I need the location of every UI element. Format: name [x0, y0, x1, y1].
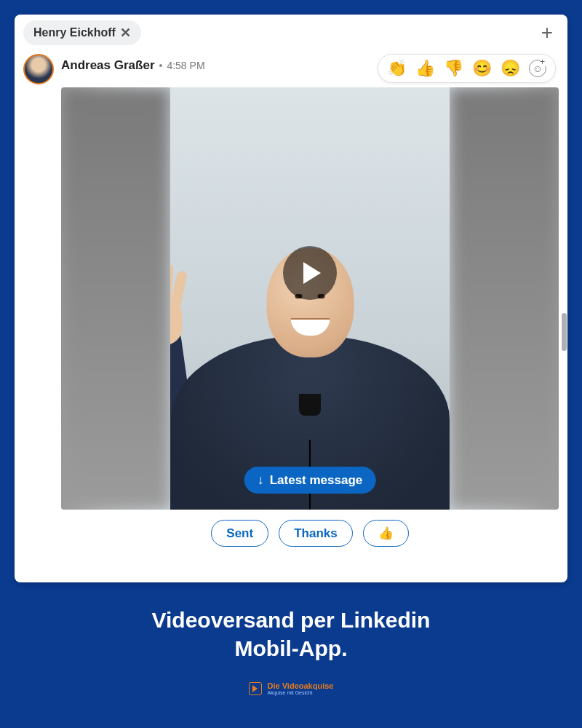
scrollbar[interactable]	[560, 15, 567, 582]
caption-line-2: Mobil-App.	[15, 634, 567, 662]
latest-message-label: Latest message	[270, 473, 363, 488]
brand-logo: Die Videoakquise Akquise mit Gesicht	[15, 681, 567, 696]
latest-message-button[interactable]: ↓ Latest message	[244, 467, 376, 494]
message-meta: Andreas Graßer • 4:58 PM	[61, 54, 205, 73]
add-recipient-button[interactable]: +	[535, 21, 559, 44]
sender-avatar[interactable]	[23, 54, 54, 84]
brand-tagline: Akquise mit Gesicht	[268, 690, 334, 696]
caption-line-1: Videoversand per Linkedin	[15, 606, 567, 634]
conversation-header: Henry Eickhoff ✕ +	[15, 15, 567, 51]
recipient-chip[interactable]: Henry Eickhoff ✕	[23, 20, 141, 45]
quick-reply-thanks[interactable]: Thanks	[279, 520, 353, 547]
brand-name: Die Videoakquise Akquise mit Gesicht	[268, 681, 334, 696]
remove-recipient-icon[interactable]: ✕	[120, 25, 131, 41]
reaction-thumbs-up[interactable]: 👍	[415, 59, 435, 78]
reaction-thumbs-down[interactable]: 👎	[444, 59, 463, 78]
reaction-picker: 👏 👍 👎 😊 😞 ☺	[378, 54, 556, 83]
sender-name[interactable]: Andreas Graßer	[61, 58, 155, 73]
meta-separator: •	[159, 60, 163, 71]
quick-reply-thumbs-up[interactable]: 👍	[363, 520, 409, 547]
video-message[interactable]: ↓ Latest message	[61, 87, 559, 510]
arrow-down-icon: ↓	[258, 472, 264, 488]
messaging-panel: Henry Eickhoff ✕ + Andreas Graßer • 4:58…	[15, 15, 567, 582]
add-reaction-icon[interactable]: ☺	[529, 60, 546, 77]
reaction-smile[interactable]: 😊	[472, 59, 492, 78]
reaction-clap[interactable]: 👏	[387, 59, 407, 78]
caption-block: Videoversand per Linkedin Mobil-App. Die…	[15, 606, 567, 696]
play-button[interactable]	[283, 246, 337, 300]
message-time: 4:58 PM	[167, 60, 204, 71]
scrollbar-thumb[interactable]	[562, 313, 567, 351]
quick-reply-row: Sent Thanks 👍	[211, 510, 408, 555]
message-body: ↓ Latest message Sent Thanks 👍	[15, 84, 567, 582]
recipient-name: Henry Eickhoff	[33, 26, 116, 39]
video-blur-right	[450, 87, 559, 510]
quick-reply-sent[interactable]: Sent	[211, 520, 268, 547]
brand-mark-icon	[249, 682, 262, 695]
play-icon	[303, 262, 321, 284]
video-blur-left	[61, 87, 170, 510]
reaction-sad[interactable]: 😞	[501, 59, 520, 78]
message-header: Andreas Graßer • 4:58 PM 👏 👍 👎 😊 😞 ☺	[15, 51, 567, 84]
